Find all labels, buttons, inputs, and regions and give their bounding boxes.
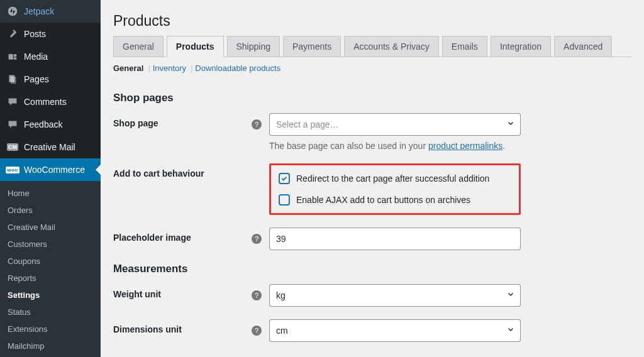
sidebar-item-label: Creative Mail bbox=[24, 142, 75, 152]
cart-behaviour-label: Add to cart behaviour bbox=[113, 163, 252, 178]
pin-icon bbox=[6, 28, 19, 40]
row-add-to-cart: Add to cart behaviour Redirect to the ca… bbox=[113, 163, 631, 215]
placeholder-image-label: Placeholder image bbox=[113, 228, 252, 243]
chevron-down-icon bbox=[506, 288, 515, 302]
tab-emails[interactable]: Emails bbox=[442, 36, 487, 57]
page-icon bbox=[6, 73, 19, 85]
help-icon[interactable]: ? bbox=[252, 119, 262, 129]
checkbox-checked-icon[interactable] bbox=[279, 173, 290, 184]
help-icon[interactable]: ? bbox=[252, 326, 262, 336]
subtab-inventory[interactable]: Inventory bbox=[153, 63, 186, 73]
settings-tabs: General Products Shipping Payments Accou… bbox=[113, 36, 631, 57]
tab-accounts[interactable]: Accounts & Privacy bbox=[344, 36, 439, 57]
row-placeholder-image: Placeholder image ? bbox=[113, 228, 631, 250]
select-value: cm bbox=[276, 326, 288, 336]
tab-payments[interactable]: Payments bbox=[283, 36, 341, 57]
page-title: Products bbox=[101, 0, 644, 36]
sidebar-item-label: WooCommerce bbox=[24, 165, 85, 175]
submenu-mailchimp[interactable]: Mailchimp bbox=[0, 338, 101, 354]
submenu-home[interactable]: Home bbox=[0, 185, 101, 202]
submenu-orders[interactable]: Orders bbox=[0, 202, 101, 219]
admin-sidebar: Jetpack Posts Media Pages Comments Feedb… bbox=[0, 0, 101, 357]
shop-page-desc: The base page can also be used in your p… bbox=[269, 141, 521, 151]
select-value: kg bbox=[276, 290, 286, 300]
help-icon[interactable]: ? bbox=[252, 290, 262, 300]
subtab-downloadable[interactable]: Downloadable products bbox=[195, 63, 280, 73]
tab-general[interactable]: General bbox=[113, 36, 164, 57]
ajax-checkbox-row[interactable]: Enable AJAX add to cart buttons on archi… bbox=[279, 194, 511, 206]
sidebar-item-label: Media bbox=[24, 52, 48, 62]
chevron-down-icon bbox=[506, 324, 515, 338]
sidebar-item-comments[interactable]: Comments bbox=[0, 91, 101, 113]
submenu-status[interactable]: Status bbox=[0, 304, 101, 321]
sidebar-item-woocommerce[interactable]: woo WooCommerce bbox=[0, 158, 101, 181]
submenu-settings[interactable]: Settings bbox=[0, 287, 101, 304]
select-placeholder: Select a page… bbox=[276, 119, 339, 129]
sidebar-item-posts[interactable]: Posts bbox=[0, 23, 101, 45]
section-measurements: Measurements bbox=[113, 263, 631, 275]
cm-icon: CM bbox=[6, 141, 19, 153]
sidebar-item-jetpack[interactable]: Jetpack bbox=[0, 0, 101, 23]
submenu-creative-mail[interactable]: Creative Mail bbox=[0, 219, 101, 236]
sidebar-item-feedback[interactable]: Feedback bbox=[0, 113, 101, 136]
sidebar-item-label: Comments bbox=[24, 97, 67, 107]
media-icon bbox=[6, 50, 19, 63]
sidebar-item-creative-mail[interactable]: CM Creative Mail bbox=[0, 136, 101, 158]
redirect-label: Redirect to the cart page after successf… bbox=[296, 173, 489, 184]
comment-icon bbox=[6, 96, 19, 108]
tab-advanced[interactable]: Advanced bbox=[554, 36, 612, 57]
chevron-down-icon bbox=[506, 118, 515, 131]
placeholder-image-input[interactable] bbox=[269, 228, 521, 250]
tab-shipping[interactable]: Shipping bbox=[227, 36, 280, 57]
weight-unit-select[interactable]: kg bbox=[269, 284, 521, 307]
row-shop-page: Shop page ? Select a page… The base page… bbox=[113, 113, 631, 151]
svg-rect-3 bbox=[14, 58, 17, 60]
row-dimensions-unit: Dimensions unit ? cm bbox=[113, 319, 631, 342]
woocommerce-submenu: Home Orders Creative Mail Customers Coup… bbox=[0, 181, 101, 357]
row-weight-unit: Weight unit ? kg bbox=[113, 284, 631, 307]
comment-icon bbox=[6, 118, 19, 131]
svg-point-0 bbox=[8, 7, 18, 16]
sidebar-item-label: Jetpack bbox=[24, 6, 54, 16]
help-icon[interactable]: ? bbox=[252, 234, 262, 244]
jetpack-icon bbox=[6, 5, 19, 18]
sidebar-item-label: Posts bbox=[24, 29, 46, 39]
subtab-general[interactable]: General bbox=[113, 63, 143, 73]
woo-icon: woo bbox=[6, 163, 19, 176]
shop-page-select[interactable]: Select a page… bbox=[269, 113, 521, 136]
dimensions-unit-select[interactable]: cm bbox=[269, 319, 521, 342]
ajax-label: Enable AJAX add to cart buttons on archi… bbox=[296, 195, 470, 205]
sub-tabs: General | Inventory | Downloadable produ… bbox=[113, 63, 631, 73]
sidebar-item-media[interactable]: Media bbox=[0, 45, 101, 68]
main-content: Products General Products Shipping Payme… bbox=[101, 0, 644, 357]
svg-rect-5 bbox=[11, 77, 16, 84]
submenu-reports[interactable]: Reports bbox=[0, 270, 101, 287]
weight-unit-label: Weight unit bbox=[113, 284, 252, 299]
submenu-customers[interactable]: Customers bbox=[0, 236, 101, 253]
checkbox-unchecked-icon[interactable] bbox=[279, 194, 290, 206]
svg-rect-1 bbox=[9, 54, 13, 60]
sidebar-item-label: Pages bbox=[24, 74, 49, 84]
highlight-box: Redirect to the cart page after successf… bbox=[269, 163, 521, 215]
sidebar-item-pages[interactable]: Pages bbox=[0, 68, 101, 91]
product-permalinks-link[interactable]: product permalinks bbox=[428, 141, 502, 151]
tab-integration[interactable]: Integration bbox=[491, 36, 551, 57]
sidebar-item-label: Feedback bbox=[24, 119, 62, 129]
submenu-coupons[interactable]: Coupons bbox=[0, 253, 101, 270]
dimensions-unit-label: Dimensions unit bbox=[113, 319, 252, 334]
shop-page-label: Shop page bbox=[113, 113, 252, 128]
svg-point-2 bbox=[14, 54, 17, 57]
redirect-checkbox-row[interactable]: Redirect to the cart page after successf… bbox=[279, 173, 511, 184]
section-shop-pages: Shop pages bbox=[113, 92, 631, 104]
tab-products[interactable]: Products bbox=[167, 36, 224, 57]
submenu-extensions[interactable]: Extensions bbox=[0, 321, 101, 338]
